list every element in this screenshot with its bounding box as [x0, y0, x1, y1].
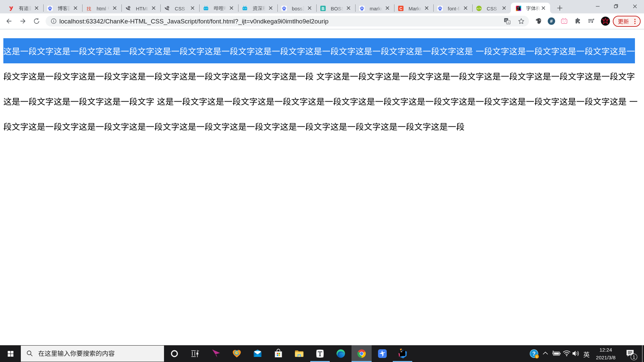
svg-text:1: 1	[633, 354, 635, 360]
svg-text:du: du	[283, 9, 285, 10]
svg-text:#: #	[550, 18, 553, 24]
svg-text:C: C	[399, 6, 402, 11]
svg-text:du: du	[439, 9, 441, 10]
svg-text:du: du	[361, 9, 363, 10]
svg-text:B: B	[322, 6, 325, 11]
svg-text:du: du	[49, 9, 51, 10]
svg-text:IJ: IJ	[517, 7, 519, 9]
svg-text:</>: </>	[477, 7, 481, 10]
